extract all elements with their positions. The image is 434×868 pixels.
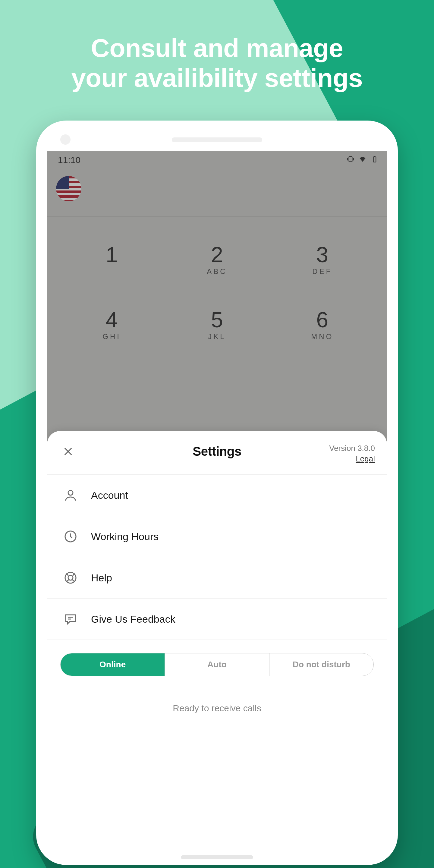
promo-screenshot: Consult and manage your availibility set… <box>0 0 434 868</box>
menu-feedback[interactable]: Give Us Feedback <box>47 598 387 640</box>
menu-account-label: Account <box>91 490 128 501</box>
promo-line-1: Consult and manage <box>0 33 434 63</box>
menu-working-hours[interactable]: Working Hours <box>47 516 387 557</box>
user-icon <box>62 487 79 504</box>
sheet-title: Settings <box>47 444 387 459</box>
menu-help-label: Help <box>91 572 112 584</box>
phone-frame: 11:10 <box>36 121 398 865</box>
availability-segmented: Online Auto Do not disturb <box>60 653 374 676</box>
seg-online-label: Online <box>99 660 126 670</box>
settings-sheet: Settings Version 3.8.0 Legal Account <box>47 431 387 850</box>
lifebuoy-icon <box>62 569 79 586</box>
clock-icon <box>62 528 79 545</box>
svg-point-3 <box>68 490 73 495</box>
phone-screen: 11:10 <box>47 151 387 850</box>
menu-account[interactable]: Account <box>47 475 387 516</box>
svg-point-6 <box>68 575 73 580</box>
menu-working-hours-label: Working Hours <box>91 531 158 542</box>
availability-segmented-wrap: Online Auto Do not disturb <box>47 640 387 676</box>
phone-camera-dot <box>60 134 70 145</box>
menu-help[interactable]: Help <box>47 557 387 598</box>
phone-speaker-slot <box>172 137 262 142</box>
home-indicator <box>181 855 253 859</box>
chat-icon <box>62 611 79 627</box>
seg-online[interactable]: Online <box>61 653 165 676</box>
menu-feedback-label: Give Us Feedback <box>91 613 176 625</box>
seg-dnd-label: Do not disturb <box>293 660 350 670</box>
sheet-header: Settings Version 3.8.0 Legal <box>47 431 387 474</box>
promo-headline: Consult and manage your availibility set… <box>0 0 434 93</box>
availability-status: Ready to receive calls <box>47 703 387 713</box>
seg-auto[interactable]: Auto <box>165 653 269 676</box>
seg-dnd[interactable]: Do not disturb <box>270 653 373 676</box>
settings-menu: Account Working Hours Help <box>47 474 387 640</box>
seg-auto-label: Auto <box>207 660 227 670</box>
promo-line-2: your availibility settings <box>0 63 434 93</box>
